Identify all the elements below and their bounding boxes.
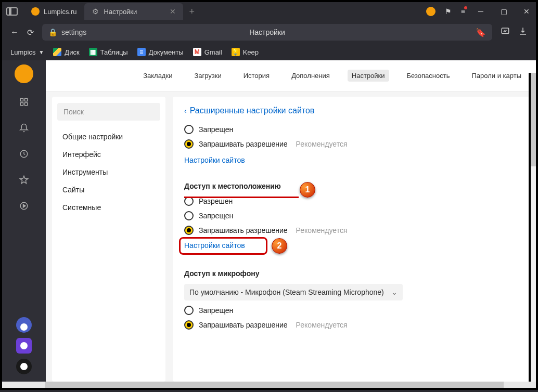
radio-label: Разрешен xyxy=(199,197,233,205)
recommended-label: Рекомендуется xyxy=(296,321,348,329)
horizontal-scrollbar[interactable] xyxy=(0,382,538,390)
history-icon[interactable] xyxy=(17,147,31,161)
chevron-down-icon: ▼ xyxy=(39,49,44,55)
radio-forbidden-2[interactable]: Запрещен xyxy=(184,211,518,220)
tab-settings[interactable]: ⚙ Настройки ✕ xyxy=(84,3,183,20)
radio-ask-1[interactable]: Запрашивать разрешение Рекомендуется xyxy=(184,139,518,149)
radio-label: Запрашивать разрешение xyxy=(199,226,288,234)
nav-general[interactable]: Общие настройки xyxy=(52,128,165,146)
radio-label: Запрещен xyxy=(199,306,233,315)
nav-bookmarks[interactable]: Закладки xyxy=(139,70,176,82)
radio-mic-ask[interactable]: Запрашивать разрешение Рекомендуется xyxy=(184,320,518,330)
bookmark-label: Keep xyxy=(243,48,259,56)
tabs: Lumpics.ru ⚙ Настройки ✕ + xyxy=(24,2,426,21)
orange-icon xyxy=(31,7,40,16)
chevron-down-icon: ⌄ xyxy=(391,288,398,296)
svg-rect-3 xyxy=(20,103,23,106)
feedback-icon[interactable] xyxy=(501,27,510,38)
address-field[interactable]: 🔒 settings Настройки 🔖 xyxy=(42,24,492,41)
bookmark-sheets[interactable]: ▦ Таблицы xyxy=(89,48,128,56)
radio-icon xyxy=(184,211,194,220)
nav-settings[interactable]: Настройки xyxy=(348,70,389,82)
sidebar-bottom xyxy=(16,317,32,382)
bookmark-drive[interactable]: Диск xyxy=(53,48,79,56)
play-icon[interactable] xyxy=(17,199,31,213)
reload-button[interactable]: ⟳ xyxy=(27,28,34,37)
titlebar-extras: ⚑ ≡ xyxy=(426,7,465,16)
nav-security[interactable]: Безопасность xyxy=(403,70,454,82)
docs-icon: ≡ xyxy=(137,48,146,56)
top-nav: Закладки Загрузки История Дополнения Нас… xyxy=(46,60,536,92)
bookmark-icon[interactable]: 🔖 xyxy=(476,28,486,37)
bookmark-keep[interactable]: 💡 Keep xyxy=(232,48,259,56)
profile-icon[interactable] xyxy=(426,7,435,16)
maximize-button[interactable]: ▢ xyxy=(498,7,509,16)
radio-icon xyxy=(184,125,194,134)
breadcrumb[interactable]: ‹ Расширенные настройки сайтов xyxy=(184,106,518,115)
star-icon[interactable] xyxy=(17,173,31,187)
back-button[interactable]: ← xyxy=(10,28,19,37)
nav-sites[interactable]: Сайты xyxy=(52,181,165,199)
download-icon[interactable] xyxy=(518,27,528,38)
window-controls: ─ ▢ ✕ xyxy=(476,7,532,16)
settings-nav: Поиск Общие настройки Интерфейс Инструме… xyxy=(52,97,165,382)
nav-history[interactable]: История xyxy=(239,70,274,82)
profile-avatar[interactable] xyxy=(15,64,33,83)
nav-downloads[interactable]: Загрузки xyxy=(190,70,225,82)
svg-rect-0 xyxy=(502,28,509,34)
nav-tools[interactable]: Инструменты xyxy=(52,163,165,181)
minimize-button[interactable]: ─ xyxy=(476,7,486,16)
close-button[interactable]: ✕ xyxy=(521,7,532,16)
new-tab-button[interactable]: + xyxy=(183,6,201,17)
keep-icon: 💡 xyxy=(232,48,240,56)
scrollbar-thumb[interactable] xyxy=(531,73,536,166)
tab-label: Lumpics.ru xyxy=(44,8,77,16)
vertical-scrollbar[interactable] xyxy=(529,73,536,382)
bookmark-docs[interactable]: ≡ Документы xyxy=(137,48,184,56)
svg-rect-4 xyxy=(25,103,28,106)
annotation-badge-1: 1 xyxy=(300,182,315,198)
notification-icon[interactable]: ≡ xyxy=(461,7,465,16)
sheets-icon: ▦ xyxy=(89,48,97,56)
bookmark-flag-icon[interactable]: ⚑ xyxy=(445,7,452,16)
bookmark-label: Таблицы xyxy=(100,48,128,56)
nav-interface[interactable]: Интерфейс xyxy=(52,146,165,163)
close-icon[interactable]: ✕ xyxy=(170,7,176,16)
sidebar-app-2[interactable] xyxy=(16,338,32,354)
annotation-box-2 xyxy=(179,237,267,255)
bookmark-lumpics[interactable]: Lumpics ▼ xyxy=(10,48,44,56)
annotation-badge-2: 2 xyxy=(272,238,287,254)
radio-forbidden-1[interactable]: Запрещен xyxy=(184,125,518,134)
nav-system[interactable]: Системные xyxy=(52,199,165,216)
nav-addons[interactable]: Дополнения xyxy=(287,70,334,82)
drive-icon xyxy=(53,48,61,56)
sidebar-app-3[interactable] xyxy=(16,359,32,374)
lock-icon: 🔒 xyxy=(48,28,57,36)
location-section-title: Доступ к местоположению xyxy=(184,182,518,190)
radio-mic-forbidden[interactable]: Запрещен xyxy=(184,306,518,315)
bookmark-gmail[interactable]: M Gmail xyxy=(193,48,222,56)
left-sidebar xyxy=(2,60,46,382)
site-settings-link-1[interactable]: Настройки сайтов xyxy=(184,156,245,164)
sidebar-toggle-icon[interactable] xyxy=(6,7,18,16)
tab-lumpics[interactable]: Lumpics.ru xyxy=(24,3,84,20)
bell-icon[interactable] xyxy=(17,121,31,135)
radio-ask-2[interactable]: Запрашивать разрешение Рекомендуется xyxy=(184,226,518,235)
nav-passwords[interactable]: Пароли и карты xyxy=(467,70,526,82)
scrollbar-thumb[interactable] xyxy=(45,382,504,388)
bookmark-label: Gmail xyxy=(204,48,222,56)
search-input[interactable]: Поиск xyxy=(57,103,160,121)
sidebar-app-1[interactable] xyxy=(16,317,32,333)
main: Закладки Загрузки История Дополнения Нас… xyxy=(0,60,538,382)
chevron-left-icon: ‹ xyxy=(184,107,187,115)
tab-label: Настройки xyxy=(104,8,137,16)
url-text: settings xyxy=(61,28,86,36)
recommended-label: Рекомендуется xyxy=(296,140,348,148)
apps-icon[interactable] xyxy=(17,95,31,109)
radio-label: Запрашивать разрешение xyxy=(199,321,288,329)
address-bar: ← ⟳ 🔒 settings Настройки 🔖 xyxy=(0,21,538,44)
breadcrumb-label: Расширенные настройки сайтов xyxy=(190,106,315,115)
radio-label: Запрашивать разрешение xyxy=(199,140,288,148)
svg-rect-1 xyxy=(20,98,23,101)
mic-select[interactable]: По умолчанию - Микрофон (Steam Streaming… xyxy=(184,284,403,300)
